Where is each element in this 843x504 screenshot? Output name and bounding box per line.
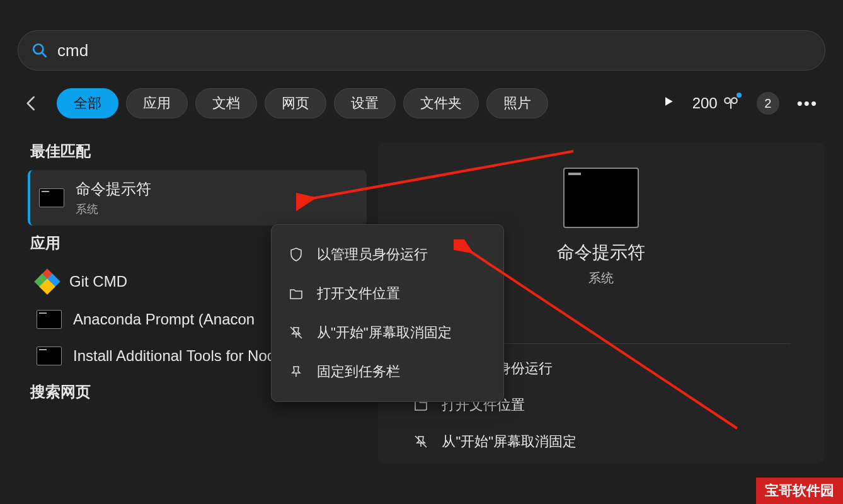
result-subtitle: 系统 [76,202,151,217]
tab-docs[interactable]: 文档 [195,88,257,118]
menu-run-admin[interactable]: 以管理员身份运行 [278,235,497,274]
search-input[interactable] [57,41,812,60]
watermark: 宝哥软件园 [756,478,843,504]
shield-icon [287,247,306,262]
menu-label: 从"开始"屏幕取消固定 [317,323,452,342]
menu-unpin-start[interactable]: 从"开始"屏幕取消固定 [278,313,497,352]
unpin-icon [411,434,430,449]
result-title: Install Additional Tools for Node.js [73,346,299,365]
more-icon[interactable]: ••• [797,94,818,113]
unpin-icon [287,325,306,340]
play-icon[interactable] [662,95,675,112]
menu-pin-taskbar[interactable]: 固定到任务栏 [278,352,497,391]
tab-web[interactable]: 网页 [265,88,326,118]
result-best-cmd[interactable]: 命令提示符 系统 [28,170,367,226]
terminal-icon [37,310,62,329]
pin-icon [287,364,306,379]
action-unpin-start[interactable]: 从"开始"屏幕取消固定 [411,432,790,451]
result-title: Anaconda Prompt (Anacon [73,311,255,328]
tab-folders[interactable]: 文件夹 [403,88,479,118]
action-label: 从"开始"屏幕取消固定 [442,432,576,451]
tab-all[interactable]: 全部 [57,88,118,118]
svg-line-1 [42,53,46,57]
search-bar[interactable] [18,30,825,71]
preview-title: 命令提示符 [557,241,645,265]
terminal-icon [37,346,62,365]
tab-apps[interactable]: 应用 [126,88,188,118]
preview-subtitle: 系统 [588,270,614,287]
tab-settings[interactable]: 设置 [334,88,396,118]
points-value: 200 [692,94,718,112]
menu-open-location[interactable]: 打开文件位置 [278,274,497,313]
result-title: 命令提示符 [76,179,151,199]
git-icon [37,271,58,292]
filter-row: 全部 应用 文档 网页 设置 文件夹 照片 200 2 ••• [18,88,825,118]
back-button[interactable] [18,89,45,117]
menu-label: 固定到任务栏 [317,362,400,381]
section-best-match: 最佳匹配 [30,141,367,161]
svg-point-3 [731,98,737,103]
search-icon [31,42,49,59]
menu-label: 打开文件位置 [317,284,400,303]
tab-photos[interactable]: 照片 [486,88,548,118]
points-display[interactable]: 200 [692,94,739,112]
preview-thumbnail [563,168,639,228]
context-menu: 以管理员身份运行 打开文件位置 从"开始"屏幕取消固定 固定到任务栏 [271,224,504,402]
result-title: Git CMD [69,273,127,290]
menu-label: 以管理员身份运行 [317,245,428,264]
rewards-icon [723,95,739,112]
notification-badge[interactable]: 2 [757,92,779,115]
topbar-right: 200 2 ••• [662,92,825,115]
folder-icon [287,286,306,301]
cmd-icon [39,188,64,207]
svg-point-2 [725,98,730,103]
